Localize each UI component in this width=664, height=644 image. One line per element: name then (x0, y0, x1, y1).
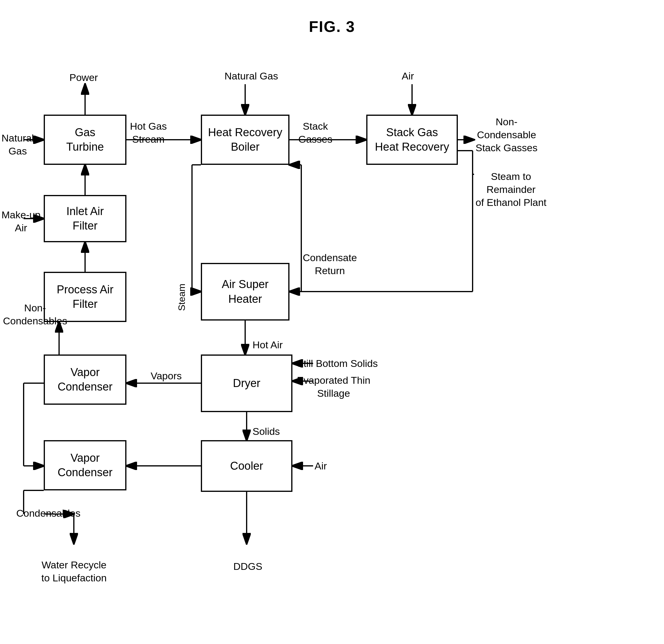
air-super-heater-box: Air Super Heater (201, 263, 289, 320)
make-up-air-label: Make-upAir (1, 208, 40, 234)
stack-gas-heat-recovery-label: Stack Gas Heat Recovery (375, 125, 449, 154)
natural-gas-top-label: Natural Gas (225, 69, 278, 82)
gas-turbine-label: Gas Turbine (66, 125, 104, 154)
inlet-air-filter-box: Inlet Air Filter (44, 195, 126, 242)
stack-gasses-label: StackGasses (298, 120, 332, 146)
inlet-air-filter-label: Inlet Air Filter (66, 204, 104, 233)
gas-turbine-box: Gas Turbine (44, 115, 126, 165)
air-right-label: Air (315, 459, 327, 472)
non-condensable-stack-label: Non-CondensableStack Gasses (476, 115, 538, 154)
stack-gas-heat-recovery-box: Stack Gas Heat Recovery (366, 115, 458, 165)
heat-recovery-boiler-box: Heat Recovery Boiler (201, 115, 289, 165)
natural-gas-left-label: NaturalGas (1, 131, 34, 158)
water-recycle-label: Water Recycleto Liquefaction (41, 558, 107, 584)
cooler-label: Cooler (230, 459, 263, 473)
solids-label: Solids (252, 425, 280, 438)
still-bottom-solids-label: Still Bottom Solids (297, 357, 378, 370)
vapor-condenser-1-box: Vapor Condenser (44, 354, 126, 405)
vapor-condenser-2-label: Vapor Condenser (58, 451, 112, 480)
ddgs-label: DDGS (233, 560, 262, 573)
heat-recovery-boiler-label: Heat Recovery Boiler (208, 125, 282, 154)
vapors-label: Vapors (151, 369, 182, 382)
dryer-box: Dryer (201, 354, 292, 412)
air-super-heater-label: Air Super Heater (222, 277, 269, 306)
non-condensables-label: Non-Condensables (3, 301, 67, 327)
hot-gas-stream-label: Hot GasStream (130, 120, 167, 146)
dryer-label: Dryer (233, 376, 261, 391)
condensate-return-label: CondensateReturn (303, 251, 357, 277)
steam-label: Steam (176, 284, 188, 311)
power-label: Power (69, 71, 98, 84)
page-title: FIG. 3 (0, 0, 664, 36)
vapor-condenser-2-box: Vapor Condenser (44, 440, 126, 491)
vapor-condenser-1-label: Vapor Condenser (58, 365, 112, 394)
condensables-label: Condensables (16, 507, 80, 520)
evaporated-thin-stillage-label: Evaporated ThinStillage (297, 374, 370, 400)
hot-air-label: Hot Air (252, 338, 283, 351)
steam-to-remainder-label: Steam toRemainderof Ethanol Plant (476, 170, 546, 209)
air-top-label: Air (402, 69, 414, 82)
cooler-box: Cooler (201, 440, 292, 492)
